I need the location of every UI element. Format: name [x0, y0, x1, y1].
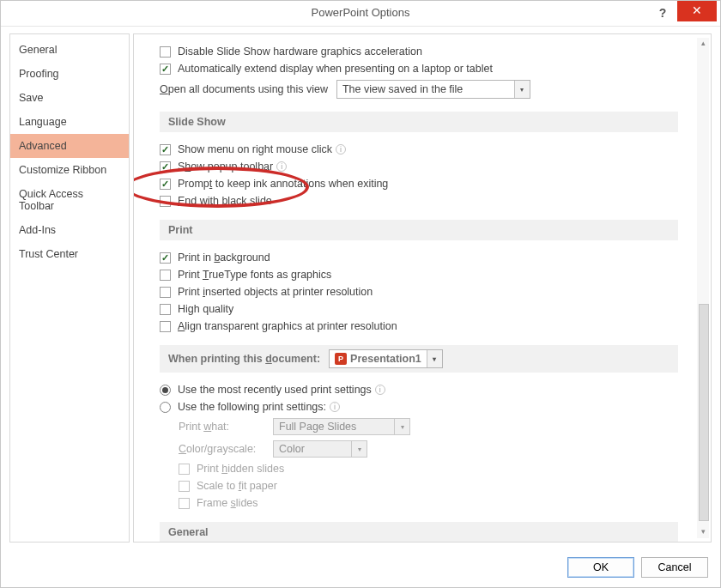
sidebar-item-save[interactable]: Save	[10, 86, 129, 110]
label-show-menu[interactable]: Show menu on right mouse click	[178, 143, 332, 155]
checkbox-show-menu[interactable]	[160, 144, 171, 155]
sidebar-item-language[interactable]: Language	[10, 110, 129, 134]
sidebar-item-addins[interactable]: Add-Ins	[10, 218, 129, 242]
checkbox-align-transparent[interactable]	[160, 321, 171, 332]
label-open-view: Open all documents using this view	[160, 83, 328, 95]
label-disable-hw-accel[interactable]: Disable Slide Show hardware graphics acc…	[178, 45, 422, 58]
section-print-doc: When printing this document: P Presentat…	[160, 345, 678, 373]
select-print-doc[interactable]: P Presentation1 ▾	[329, 349, 443, 368]
scroll-thumb[interactable]	[699, 304, 709, 521]
checkbox-prompt-ink[interactable]	[160, 179, 171, 190]
checkbox-disable-hw-accel[interactable]	[160, 46, 171, 58]
chevron-down-icon[interactable]: ▾	[427, 350, 442, 367]
sidebar-item-advanced[interactable]: Advanced	[10, 134, 129, 158]
scroll-down-icon[interactable]: ▾	[697, 526, 709, 538]
scrollbar[interactable]: ▴ ▾	[697, 38, 709, 538]
info-icon[interactable]	[336, 144, 346, 155]
select-print-doc-value: Presentation1	[350, 353, 421, 365]
label-frame-slides: Frame slides	[197, 497, 258, 509]
info-icon[interactable]	[330, 402, 340, 412]
content-pane: Disable Slide Show hardware graphics acc…	[133, 33, 712, 543]
label-print-truetype[interactable]: Print TrueType fonts as graphics	[178, 269, 331, 281]
select-open-view-value: The view saved in the file	[337, 83, 468, 95]
select-print-what: Full Page Slides ▾	[273, 418, 410, 435]
label-prompt-ink[interactable]: Prompt to keep ink annotations when exit…	[178, 178, 388, 190]
info-icon[interactable]	[276, 161, 287, 172]
label-popup-toolbar[interactable]: Show popup toolbar	[178, 161, 273, 173]
select-open-view[interactable]: The view saved in the file ▾	[336, 80, 530, 99]
section-print: Print	[160, 220, 678, 240]
scroll-up-icon[interactable]: ▴	[697, 38, 709, 50]
checkbox-popup-toolbar[interactable]	[160, 161, 171, 173]
label-end-black[interactable]: End with black slide	[178, 195, 272, 207]
category-sidebar: General Proofing Save Language Advanced …	[9, 33, 130, 543]
label-auto-extend[interactable]: Automatically extend display when presen…	[178, 63, 493, 75]
chevron-down-icon: ▾	[351, 441, 367, 457]
help-button[interactable]: ?	[651, 3, 674, 23]
checkbox-print-truetype[interactable]	[160, 270, 171, 281]
titlebar: PowerPoint Options ? ✕	[1, 1, 720, 27]
checkbox-end-black[interactable]	[160, 196, 171, 207]
info-icon[interactable]	[375, 385, 385, 395]
ok-button[interactable]: OK	[567, 557, 634, 578]
window-title: PowerPoint Options	[312, 6, 410, 19]
sidebar-item-qat[interactable]: Quick Access Toolbar	[10, 182, 129, 218]
checkbox-auto-extend[interactable]	[160, 64, 171, 75]
sidebar-item-general[interactable]: General	[10, 38, 129, 62]
section-general: General	[160, 522, 678, 542]
powerpoint-icon: P	[335, 353, 347, 365]
close-button[interactable]: ✕	[677, 1, 717, 21]
checkbox-print-background[interactable]	[160, 252, 171, 264]
label-custom-settings[interactable]: Use the following print settings:	[178, 401, 326, 413]
chevron-down-icon[interactable]: ▾	[514, 81, 530, 98]
sidebar-item-trust-center[interactable]: Trust Center	[10, 242, 129, 266]
label-print-what: Print what:	[179, 421, 273, 433]
label-print-background[interactable]: Print in background	[178, 252, 270, 264]
options-dialog: PowerPoint Options ? ✕ General Proofing …	[0, 0, 721, 588]
label-print-hidden: Print hidden slides	[197, 463, 284, 475]
cancel-button[interactable]: Cancel	[641, 557, 708, 578]
select-color-grayscale: Color ▾	[273, 440, 367, 458]
sidebar-item-proofing[interactable]: Proofing	[10, 62, 129, 86]
radio-custom-settings[interactable]	[160, 402, 171, 413]
chevron-down-icon: ▾	[394, 419, 409, 434]
radio-recent-settings[interactable]	[160, 385, 171, 396]
footer: OK Cancel	[1, 548, 720, 587]
checkbox-high-quality[interactable]	[160, 304, 171, 315]
label-color-grayscale: Color/grayscale:	[179, 443, 273, 455]
section-slideshow: Slide Show	[160, 112, 678, 132]
checkbox-frame-slides	[179, 498, 190, 509]
label-print-inserted[interactable]: Print inserted objects at printer resolu…	[178, 286, 373, 298]
sidebar-item-customize-ribbon[interactable]: Customize Ribbon	[10, 158, 129, 182]
checkbox-print-hidden	[179, 464, 190, 475]
label-recent-settings[interactable]: Use the most recently used print setting…	[178, 384, 372, 396]
label-scale-fit: Scale to fit paper	[197, 480, 277, 492]
label-high-quality[interactable]: High quality	[178, 303, 233, 315]
checkbox-scale-fit	[179, 481, 190, 492]
label-align-transparent[interactable]: Align transparent graphics at printer re…	[178, 320, 397, 332]
checkbox-print-inserted[interactable]	[160, 287, 171, 298]
